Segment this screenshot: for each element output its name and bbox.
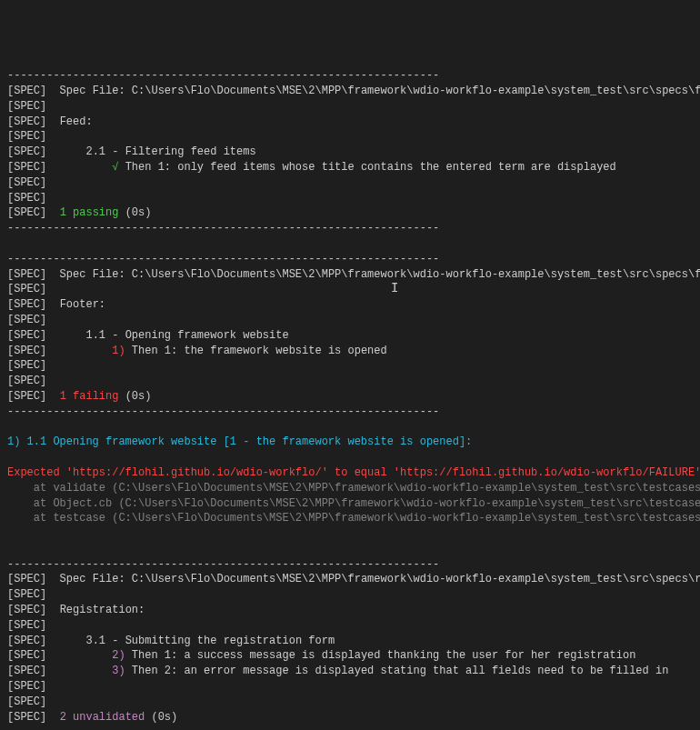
spec-prefix: [SPEC] xyxy=(7,130,46,143)
terminal-output: ----------------------------------------… xyxy=(7,68,693,730)
spec-prefix: [SPEC] xyxy=(7,375,46,387)
spec-prefix: [SPEC] xyxy=(7,192,46,205)
suite-name: Footer: xyxy=(60,298,105,311)
test-title: 1.1 - Opening framework website xyxy=(85,329,288,342)
spec-prefix: [SPEC] xyxy=(7,390,46,403)
spec-prefix: [SPEC] xyxy=(7,711,46,724)
result-time: (0s) xyxy=(125,390,152,403)
separator: ----------------------------------------… xyxy=(7,222,439,235)
fail-mark: 1) xyxy=(112,345,125,357)
stack-trace-line: at validate (C:\Users\Flo\Documents\MSE\… xyxy=(7,482,700,495)
spec-prefix: [SPEC] xyxy=(7,680,46,693)
separator: ----------------------------------------… xyxy=(7,253,439,265)
spec-prefix: [SPEC] xyxy=(7,635,46,647)
then-text: Then 1: a success message is displayed t… xyxy=(132,649,636,662)
spec-prefix: [SPEC] xyxy=(7,665,46,677)
spec-prefix: [SPEC] xyxy=(7,268,46,281)
spec-file-path: C:\Users\Flo\Documents\MSE\2\MPP\framewo… xyxy=(132,268,700,281)
spec-prefix: [SPEC] xyxy=(7,115,46,128)
spec-prefix: [SPEC] xyxy=(7,100,46,113)
test-title: 2.1 - Filtering feed items xyxy=(85,145,255,158)
spec-prefix: [SPEC] xyxy=(7,695,46,708)
spec-prefix: [SPEC] xyxy=(7,588,46,601)
spec-prefix: [SPEC] xyxy=(7,573,46,585)
unval-mark: 2) xyxy=(112,649,125,662)
then-text: Then 1: the framework website is opened xyxy=(132,345,387,357)
result-count: 1 passing xyxy=(60,206,119,219)
result-time: (0s) xyxy=(151,711,177,724)
spec-file-path: C:\Users\Flo\Documents\MSE\2\MPP\framewo… xyxy=(132,85,700,97)
spec-prefix: [SPEC] xyxy=(7,314,46,326)
spec-file-path: C:\Users\Flo\Documents\MSE\2\MPP\framewo… xyxy=(132,573,700,585)
spec-prefix: [SPEC] xyxy=(7,345,46,357)
spec-prefix: [SPEC] xyxy=(7,329,46,342)
spec-prefix: [SPEC] xyxy=(7,85,46,97)
spec-prefix: [SPEC] xyxy=(7,206,46,219)
separator: ----------------------------------------… xyxy=(7,558,439,571)
then-text: Then 2: an error message is displayed st… xyxy=(132,665,669,677)
spec-prefix: [SPEC] xyxy=(7,604,46,616)
expected-message: Expected 'https://flohil.github.io/wdio-… xyxy=(7,466,700,479)
spec-prefix: [SPEC] xyxy=(7,359,46,372)
suite-name: Feed: xyxy=(60,115,93,128)
spec-prefix: [SPEC] xyxy=(7,283,46,295)
spec-prefix: [SPEC] xyxy=(7,619,46,632)
separator: ----------------------------------------… xyxy=(7,69,439,82)
text-cursor: I xyxy=(391,280,398,298)
checkmark-icon: √ xyxy=(112,161,118,174)
spec-prefix: [SPEC] xyxy=(7,649,46,662)
result-count: 1 failing xyxy=(60,390,119,403)
spec-prefix: [SPEC] xyxy=(7,145,46,158)
separator: ----------------------------------------… xyxy=(7,725,439,730)
suite-name: Registration: xyxy=(60,604,145,616)
result-count: 2 unvalidated xyxy=(60,711,145,724)
stack-trace-line: at testcase (C:\Users\Flo\Documents\MSE\… xyxy=(7,512,700,525)
failure-header: 1) 1.1 Opening framework website [1 - th… xyxy=(7,435,472,448)
test-title: 3.1 - Submitting the registration form xyxy=(85,635,335,647)
spec-prefix: [SPEC] xyxy=(7,161,46,174)
separator: ----------------------------------------… xyxy=(7,405,439,418)
unval-mark: 3) xyxy=(112,665,125,677)
then-text: Then 1: only feed items whose title cont… xyxy=(125,161,616,174)
stack-trace-line: at Object.cb (C:\Users\Flo\Documents\MSE… xyxy=(7,497,700,510)
spec-prefix: [SPEC] xyxy=(7,176,46,189)
result-time: (0s) xyxy=(125,206,152,219)
spec-prefix: [SPEC] xyxy=(7,298,46,311)
